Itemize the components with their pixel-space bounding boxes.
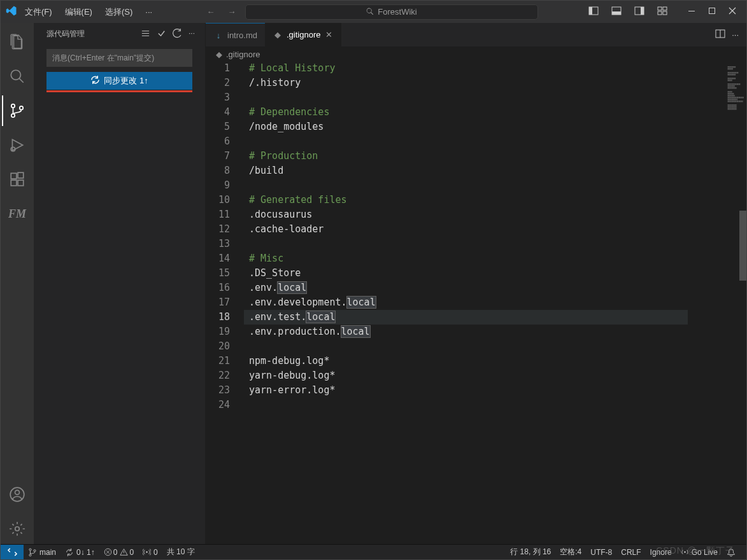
activity-source-control-icon[interactable] bbox=[2, 95, 32, 126]
code-line[interactable] bbox=[244, 339, 746, 354]
code-line[interactable]: .cache-loader bbox=[244, 222, 746, 237]
status-encoding[interactable]: UTF-8 bbox=[586, 548, 616, 557]
status-branch[interactable]: main bbox=[24, 545, 60, 559]
sync-icon bbox=[90, 75, 100, 87]
status-eol[interactable]: CRLF bbox=[616, 548, 645, 557]
code-line[interactable]: # Dependencies bbox=[244, 105, 746, 120]
commit-message-input[interactable] bbox=[46, 49, 192, 67]
code-line[interactable] bbox=[244, 90, 746, 105]
activity-run-debug-icon[interactable] bbox=[2, 130, 32, 160]
code-line[interactable]: .env.production.local bbox=[244, 325, 746, 339]
status-line-col[interactable]: 行 18, 列 16 bbox=[506, 547, 555, 557]
annotation-underline bbox=[46, 90, 192, 92]
code-line[interactable] bbox=[244, 237, 746, 251]
activity-account-icon[interactable] bbox=[2, 479, 32, 510]
status-spaces[interactable]: 空格:4 bbox=[555, 547, 586, 557]
vertical-scrollbar[interactable] bbox=[739, 61, 746, 544]
activity-fm-icon[interactable]: FM bbox=[2, 199, 32, 229]
status-language[interactable]: Ignore bbox=[646, 548, 676, 557]
status-ports[interactable]: 0 bbox=[138, 545, 162, 559]
status-problems[interactable]: 0 0 bbox=[99, 545, 138, 559]
minimize-icon[interactable] bbox=[683, 3, 701, 20]
code-line[interactable]: /build bbox=[244, 164, 746, 178]
code-line[interactable]: .docusaurus bbox=[244, 207, 746, 222]
scrollbar-thumb[interactable] bbox=[739, 211, 746, 281]
svg-rect-1 bbox=[589, 7, 592, 15]
code-line[interactable] bbox=[244, 178, 746, 193]
svg-point-27 bbox=[34, 549, 36, 551]
sidebar-header: 源代码管理 ··· bbox=[34, 23, 205, 45]
activity-settings-icon[interactable] bbox=[2, 514, 32, 544]
svg-rect-10 bbox=[688, 11, 695, 11]
svg-point-30 bbox=[684, 551, 685, 552]
code-line[interactable]: .env.local bbox=[244, 281, 746, 295]
code-area[interactable]: 123456789101112131415161718192021222324 … bbox=[206, 61, 746, 544]
layout-buttons bbox=[583, 2, 672, 22]
nav-back-icon[interactable]: ← bbox=[203, 4, 219, 19]
status-golive[interactable]: Go Live bbox=[676, 548, 722, 557]
svg-rect-20 bbox=[18, 172, 24, 178]
code-line[interactable]: npm-debug.log* bbox=[244, 354, 746, 368]
tab-close-icon[interactable]: ✕ bbox=[324, 30, 334, 39]
maximize-icon[interactable] bbox=[703, 3, 721, 20]
code-line[interactable] bbox=[244, 134, 746, 149]
layout-customize-icon[interactable] bbox=[652, 2, 672, 22]
code-line[interactable]: .env.test.local bbox=[244, 310, 746, 325]
svg-rect-5 bbox=[641, 7, 644, 15]
line-number-gutter: 123456789101112131415161718192021222324 bbox=[206, 61, 244, 544]
code-line[interactable]: .DS_Store bbox=[244, 266, 746, 281]
split-editor-icon[interactable] bbox=[715, 29, 725, 41]
activity-explorer-icon[interactable] bbox=[2, 27, 32, 57]
layout-panel-icon[interactable] bbox=[606, 2, 627, 22]
layout-sidebar-right-icon[interactable] bbox=[629, 2, 650, 22]
editor-tab-actions: ··· bbox=[715, 23, 746, 46]
status-bar: main 0↓ 1↑ 0 0 0 共 10 字 bbox=[1, 544, 746, 559]
code-line[interactable]: yarn-debug.log* bbox=[244, 368, 746, 383]
tab-intro-md[interactable]: ↓ intro.md bbox=[206, 23, 265, 46]
code-content[interactable]: # Local History/.history# Dependencies/n… bbox=[244, 61, 746, 544]
search-text: ForestWiki bbox=[378, 7, 416, 17]
gitignore-file-icon: ◆ bbox=[273, 30, 283, 39]
code-line[interactable]: yarn-error.log* bbox=[244, 383, 746, 398]
code-line[interactable] bbox=[244, 398, 746, 412]
menu-edit[interactable]: 编辑(E) bbox=[60, 4, 97, 20]
refresh-icon[interactable] bbox=[173, 29, 182, 40]
status-notifications-icon[interactable] bbox=[722, 548, 740, 557]
view-as-tree-icon[interactable] bbox=[141, 29, 150, 40]
code-line[interactable]: # Local History bbox=[244, 61, 746, 76]
menu-select[interactable]: 选择(S) bbox=[100, 4, 138, 20]
svg-point-22 bbox=[15, 490, 20, 494]
breadcrumb[interactable]: ◆ .gitignore bbox=[206, 47, 746, 61]
svg-point-29 bbox=[146, 551, 147, 552]
more-actions-icon[interactable]: ··· bbox=[189, 29, 195, 40]
remote-button[interactable] bbox=[1, 545, 24, 559]
close-icon[interactable] bbox=[723, 3, 741, 20]
breadcrumb-file: .gitignore bbox=[226, 50, 260, 59]
menu-more[interactable]: ··· bbox=[140, 4, 157, 19]
sync-changes-button[interactable]: 同步更改 1↑ bbox=[46, 72, 192, 90]
code-line[interactable]: /node_modules bbox=[244, 120, 746, 134]
sidebar-title: 源代码管理 bbox=[46, 29, 85, 39]
status-sync[interactable]: 0↓ 1↑ bbox=[60, 545, 99, 559]
minimap[interactable]: ████████████████████████████████████████… bbox=[688, 61, 746, 544]
nav-forward-icon[interactable]: → bbox=[224, 4, 240, 19]
code-line[interactable]: .env.development.local bbox=[244, 295, 746, 310]
menu-file[interactable]: 文件(F) bbox=[20, 4, 57, 20]
code-line[interactable]: /.history bbox=[244, 76, 746, 90]
command-center[interactable]: ForestWiki bbox=[245, 4, 538, 20]
code-line[interactable]: # Generated files bbox=[244, 193, 746, 207]
gitignore-breadcrumb-icon: ◆ bbox=[216, 50, 222, 59]
layout-sidebar-left-icon[interactable] bbox=[583, 2, 604, 22]
svg-rect-18 bbox=[11, 180, 17, 186]
code-line[interactable]: # Misc bbox=[244, 251, 746, 266]
activity-extensions-icon[interactable] bbox=[2, 164, 32, 195]
svg-rect-3 bbox=[612, 11, 621, 15]
activity-bar: FM bbox=[1, 23, 34, 544]
commit-icon[interactable] bbox=[157, 29, 166, 40]
status-selection[interactable]: 共 10 字 bbox=[162, 545, 199, 559]
code-line[interactable]: # Production bbox=[244, 149, 746, 164]
more-editor-actions-icon[interactable]: ··· bbox=[732, 30, 739, 39]
tab-gitignore[interactable]: ◆ .gitignore ✕ bbox=[265, 23, 341, 46]
sync-label: 同步更改 1↑ bbox=[104, 75, 148, 87]
activity-search-icon[interactable] bbox=[2, 61, 32, 92]
